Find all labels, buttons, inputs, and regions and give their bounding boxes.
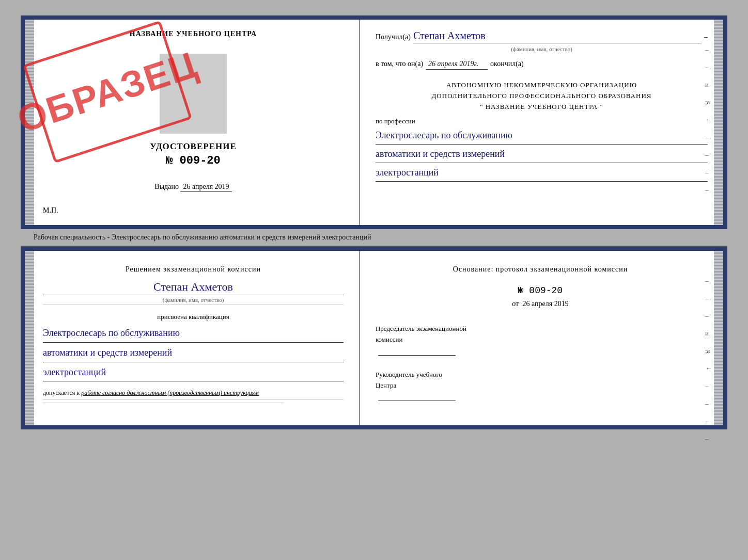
mp-label: М.П. — [43, 206, 58, 215]
rukovoditel-line1: Руководитель учебного — [376, 370, 705, 380]
poluchil-name: Степан Ахметов — [413, 30, 702, 43]
dopuskaetsya-prefix: допускается к — [43, 389, 80, 396]
doc-number-top: № 009-20 — [166, 154, 221, 167]
right-side-markers-bottom: – – – и ;а ← – – – – — [705, 277, 712, 443]
udostoverenie-title: УДОСТОВЕРЕНИЕ — [150, 141, 237, 152]
osnovanie-title: Основание: протокол экзаменационной коми… — [376, 264, 705, 275]
top-document: НАЗВАНИЕ УЧЕБНОГО ЦЕНТРА УДОСТОВЕРЕНИЕ №… — [21, 15, 727, 229]
protocol-number: № 009-20 — [376, 285, 705, 296]
top-left-title: НАЗВАНИЕ УЧЕБНОГО ЦЕНТРА — [130, 30, 257, 38]
rukovoditel-block: Руководитель учебного Центра — [376, 370, 705, 405]
predsedatel-block: Председатель экзаменационной комиссии — [376, 324, 705, 359]
bottom-doc-right: Основание: протокол экзаменационной коми… — [360, 251, 723, 425]
kval-line3: электростанций — [43, 364, 344, 382]
bottom-name: Степан Ахметов — [43, 280, 344, 295]
avtonom-line2: ДОПОЛНИТЕЛЬНОГО ПРОФЕССИОНАЛЬНОГО ОБРАЗО… — [376, 91, 708, 102]
kval-line1: Электрослесарь по обслуживанию — [43, 325, 344, 343]
predsedatel-signature-line — [378, 345, 456, 356]
photo-placeholder — [160, 54, 227, 134]
vtom-date: 26 апреля 2019г. — [426, 60, 488, 70]
kval-line2: автоматики и средств измерений — [43, 345, 344, 362]
dopuskaetsya-line: допускается к работе согласно должностны… — [43, 389, 344, 400]
top-doc-right: Получил(а) Степан Ахметов – (фамилия, им… — [360, 20, 723, 225]
rukovoditel-line2: Центра — [376, 380, 705, 391]
vydano-date: 26 апреля 2019 — [180, 183, 231, 192]
top-doc-left: НАЗВАНИЕ УЧЕБНОГО ЦЕНТРА УДОСТОВЕРЕНИЕ №… — [25, 20, 360, 225]
vydano-label: Выдано — [154, 183, 179, 190]
prof-line3: электростанций — [376, 165, 708, 182]
poluchil-label: Получил(а) — [376, 33, 411, 41]
dopuskaetsya-text: работе согласно должностным (производств… — [81, 389, 259, 396]
avtonom-block: АВТОНОМНУЮ НЕКОММЕРЧЕСКУЮ ОРГАНИЗАЦИЮ ДО… — [376, 80, 708, 112]
dash-after-name: – — [704, 33, 708, 41]
bottom-document: Решением экзаменационной комиссии Степан… — [21, 247, 727, 429]
prisvoena-label: присвоена квалификация — [43, 313, 344, 321]
resheniem-title: Решением экзаменационной комиссии — [43, 264, 344, 275]
poluchil-sub: (фамилия, имя, отчество) — [376, 46, 708, 52]
ot-label: от — [512, 300, 519, 308]
vtom-label: в том, что он(а) — [376, 60, 423, 68]
predsedatel-line2: комиссии — [376, 334, 705, 345]
bottom-doc-left: Решением экзаменационной комиссии Степан… — [25, 251, 360, 425]
bottom-name-sub: (фамилия, имя, отчество) — [43, 297, 344, 305]
ot-date-value: 26 апреля 2019 — [523, 300, 569, 308]
prof-line2: автоматики и средств измерений — [376, 147, 708, 163]
professiya-block: Электрослесарь по обслуживанию автоматик… — [376, 128, 708, 181]
right-side-markers-top: – – и ;а ← – – – – — [705, 45, 712, 194]
poluchil-line: Получил(а) Степан Ахметов – — [376, 30, 708, 43]
predsedatel-line1: Председатель экзаменационной — [376, 324, 705, 334]
middle-text: Рабочая специальность - Электрослесарь п… — [21, 229, 727, 247]
avtonom-line1: АВТОНОМНУЮ НЕКОММЕРЧЕСКУЮ ОРГАНИЗАЦИЮ — [376, 80, 708, 91]
vydano-line: Выдано 26 апреля 2019 — [154, 183, 231, 191]
prof-line1: Электрослесарь по обслуживанию — [376, 128, 708, 145]
kval-block: Электрослесарь по обслуживанию автоматик… — [43, 325, 344, 381]
rukovoditel-signature-line — [378, 391, 456, 401]
resheniem-text: Решением экзаменационной комиссии — [126, 265, 261, 273]
avtonom-line3: " НАЗВАНИЕ УЧЕБНОГО ЦЕНТРА " — [376, 102, 708, 113]
ot-date: от 26 апреля 2019 — [376, 300, 705, 308]
vtom-line: в том, что он(а) 26 апреля 2019г. окончи… — [376, 60, 708, 70]
page-wrapper: НАЗВАНИЕ УЧЕБНОГО ЦЕНТРА УДОСТОВЕРЕНИЕ №… — [10, 10, 738, 435]
po-professii-label: по профессии — [376, 117, 708, 125]
okonchill-label: окончил(а) — [490, 60, 524, 68]
